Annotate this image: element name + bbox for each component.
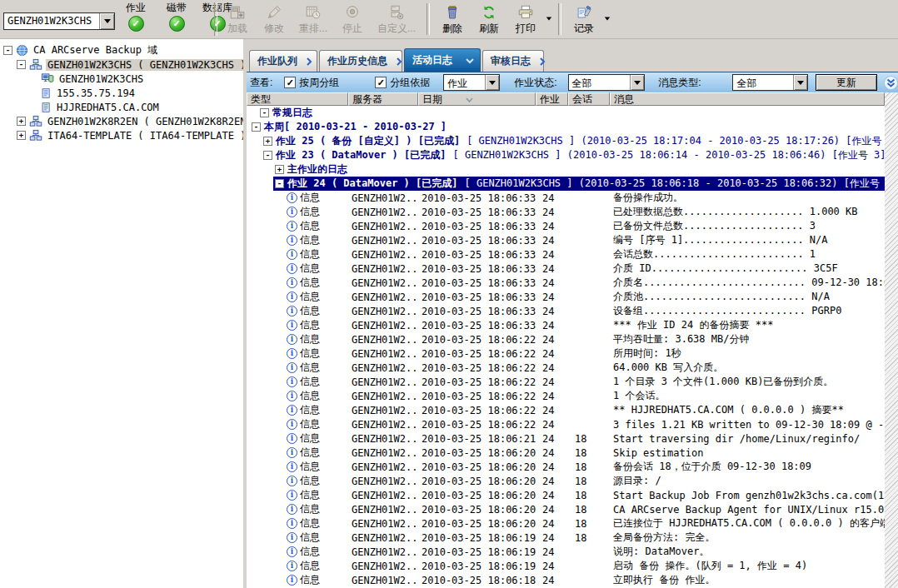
tree-item[interactable]: HJJREDHAT5.CA.COM bbox=[0, 100, 243, 114]
column-header-type[interactable]: 类型 bbox=[247, 92, 348, 106]
expand-box-icon[interactable]: + bbox=[263, 137, 272, 146]
log-info-row[interactable]: i信息GENZH01W2...2010-03-25 18:06:22243 fi… bbox=[247, 417, 885, 431]
log-info-row[interactable]: i信息GENZH01W2...2010-03-25 18:06:202418St… bbox=[247, 488, 885, 502]
tab-job-history[interactable]: 作业历史信息 bbox=[319, 50, 402, 72]
tab-job-queue[interactable]: 作业队列 bbox=[249, 50, 317, 72]
column-header-job[interactable]: 作业 bbox=[536, 92, 568, 106]
log-info-row[interactable]: i信息GENZH01W2...2010-03-25 18:06:1924启动 备… bbox=[247, 559, 885, 573]
expand-box-icon[interactable]: + bbox=[17, 131, 26, 140]
tree-item[interactable]: +GENZH01W2K8R2EN ( GENZH01W2K8R2EN ) bbox=[0, 114, 243, 128]
log-info-row[interactable]: i信息GENZH01W2...2010-03-25 18:06:1924说明: … bbox=[247, 545, 885, 559]
vertical-scrollbar[interactable] bbox=[885, 92, 898, 588]
server-selector-combo[interactable]: GENZH01W2K3CHS bbox=[3, 12, 115, 30]
log-info-row[interactable]: i信息GENZH01W2...2010-03-25 18:06:3324设备组.… bbox=[247, 304, 885, 318]
column-header-message[interactable]: 消息 bbox=[610, 92, 885, 106]
toolbar-button-print[interactable]: 打印 bbox=[507, 1, 544, 36]
log-group-row[interactable]: -本周[ 2010-03-21 - 2010-03-27 ] bbox=[247, 120, 885, 134]
log-info-row[interactable]: i信息GENZH01W2...2010-03-25 18:06:202418备份… bbox=[247, 460, 885, 474]
collapse-box-icon[interactable]: - bbox=[17, 60, 26, 69]
collapse-box-icon[interactable]: - bbox=[260, 108, 269, 117]
status-tape[interactable]: 磁带✓ bbox=[160, 2, 193, 32]
date-cell: 2010-03-25 18:06:33 bbox=[418, 320, 536, 331]
log-info-row[interactable]: i信息GENZH01W2...2010-03-25 18:06:2224** H… bbox=[247, 403, 885, 417]
date-cell: 2010-03-25 18:06:20 bbox=[418, 447, 536, 459]
tree-item[interactable]: GENZH01W2K3CHS bbox=[0, 72, 243, 86]
tab-activity-log[interactable]: 活动日志 bbox=[404, 48, 481, 72]
tab-audit-log[interactable]: 审核日志 bbox=[482, 50, 544, 72]
tree-item[interactable]: -CA ARCserve Backup 域 bbox=[0, 43, 243, 57]
tree-item[interactable]: -GENZH01W2K3CHS ( GENZH01W2K3CHS ) bbox=[0, 57, 243, 72]
log-info-row[interactable]: i信息GENZH01W2...2010-03-25 18:06:2224所用时间… bbox=[247, 346, 885, 361]
log-info-row[interactable]: i信息GENZH01W2...2010-03-25 18:06:202418源目… bbox=[247, 474, 885, 488]
log-group-row[interactable]: +主作业的日志 bbox=[247, 162, 885, 177]
log-info-row[interactable]: i信息GENZH01W2...2010-03-25 18:06:1824立即执行… bbox=[247, 573, 885, 587]
date-cell: 2010-03-25 18:06:19 bbox=[418, 532, 536, 544]
type-cell: i信息 bbox=[247, 375, 348, 389]
toolbar-button-delete[interactable]: 删除 bbox=[434, 1, 471, 36]
log-info-row[interactable]: i信息GENZH01W2...2010-03-25 18:06:3324*** … bbox=[247, 318, 885, 332]
status-job[interactable]: 作业✓ bbox=[119, 2, 152, 32]
msg-type-value: 全部 bbox=[733, 75, 793, 90]
collapse-box-icon[interactable]: - bbox=[252, 122, 261, 132]
tree-item[interactable]: +ITA64-TEMPLATE ( ITA64-TEMPLATE ) bbox=[0, 128, 243, 142]
toolbar-dropdown-arrow[interactable] bbox=[544, 1, 554, 36]
log-group-row[interactable]: -作业 23 ( DataMover ) [已完成][ GENZH01W2K3C… bbox=[247, 148, 885, 162]
collapse-box-icon[interactable]: - bbox=[3, 46, 12, 55]
log-info-row[interactable]: i信息GENZH01W2...2010-03-25 18:06:22241 个目… bbox=[247, 375, 885, 389]
toolbar-dropdown-arrow[interactable] bbox=[602, 1, 612, 36]
log-group-row[interactable]: -作业 24 ( DataMover ) [已完成][ GENZH01W2K3C… bbox=[247, 177, 885, 191]
collapse-box-icon[interactable]: - bbox=[263, 151, 272, 160]
job-cell: 24 bbox=[536, 575, 568, 586]
log-info-row[interactable]: i信息GENZH01W2...2010-03-25 18:06:22241 个会… bbox=[247, 389, 885, 403]
log-group-row[interactable]: +作业 25 ( 备份 [自定义] ) [已完成][ GENZH01W2K3CH… bbox=[247, 134, 885, 148]
log-info-row[interactable]: i信息GENZH01W2...2010-03-25 18:06:212418St… bbox=[247, 431, 885, 446]
column-header-date[interactable]: 日期 bbox=[418, 92, 536, 106]
expand-box-icon[interactable]: + bbox=[17, 117, 26, 126]
combo-dropdown-button[interactable] bbox=[630, 75, 644, 90]
job-cell: 24 bbox=[536, 221, 568, 232]
column-header-server[interactable]: 服务器 bbox=[348, 92, 418, 106]
collapse-box-icon[interactable]: - bbox=[275, 179, 284, 188]
server-cell: GENZH01W2... bbox=[348, 292, 418, 303]
column-header-session[interactable]: 会话 bbox=[568, 92, 610, 106]
msg-type-combo[interactable]: 全部 bbox=[732, 74, 808, 91]
type-label: 信息 bbox=[300, 431, 320, 446]
tree-item[interactable]: 155.35.75.194 bbox=[0, 86, 243, 100]
combo-dropdown-button[interactable] bbox=[793, 75, 807, 90]
log-info-row[interactable]: i信息GENZH01W2...2010-03-25 18:06:2224平均吞吐… bbox=[247, 332, 885, 346]
info-icon: i bbox=[287, 348, 297, 359]
log-info-row[interactable]: i信息GENZH01W2...2010-03-25 18:06:222464.0… bbox=[247, 361, 885, 375]
log-group-row[interactable]: -常规日志 bbox=[247, 106, 885, 120]
double-chevron-down-icon[interactable] bbox=[884, 76, 898, 90]
combo-dropdown-button[interactable] bbox=[485, 75, 499, 90]
log-info-row[interactable]: i信息GENZH01W2...2010-03-25 18:06:3324备份操作… bbox=[247, 191, 885, 205]
job-status-combo[interactable]: 全部 bbox=[568, 74, 646, 91]
log-info-row[interactable]: i信息GENZH01W2...2010-03-25 18:06:3324已备份文… bbox=[247, 219, 885, 233]
job-cell: 24 bbox=[536, 320, 568, 331]
log-info-row[interactable]: i信息GENZH01W2...2010-03-25 18:06:192418全局… bbox=[247, 531, 885, 545]
info-icon: i bbox=[287, 249, 297, 260]
toolbar-button-record[interactable]: 记录 bbox=[566, 1, 602, 36]
log-info-row[interactable]: i信息GENZH01W2...2010-03-25 18:06:202418Sk… bbox=[247, 446, 885, 460]
log-info-row[interactable]: i信息GENZH01W2...2010-03-25 18:06:3324会话总数… bbox=[247, 247, 885, 262]
job-cell: 24 bbox=[536, 306, 568, 317]
type-cell: i信息 bbox=[247, 346, 348, 361]
update-button[interactable]: 更新 bbox=[816, 74, 877, 91]
group-by-week-checkbox[interactable]: ✓ bbox=[284, 77, 296, 88]
log-info-row[interactable]: i信息GENZH01W2...2010-03-25 18:06:3324介质池.… bbox=[247, 290, 885, 304]
log-info-row[interactable]: i信息GENZH01W2...2010-03-25 18:06:3324已处理数… bbox=[247, 205, 885, 219]
server-cell: GENZH01W2... bbox=[348, 405, 418, 416]
group-by-checkbox[interactable]: ✓ bbox=[375, 77, 387, 88]
refresh-icon bbox=[480, 2, 498, 22]
log-info-row[interactable]: i信息GENZH01W2...2010-03-25 18:06:3324编号 [… bbox=[247, 233, 885, 247]
log-info-row[interactable]: i信息GENZH01W2...2010-03-25 18:06:202418已连… bbox=[247, 516, 885, 531]
log-info-row[interactable]: i信息GENZH01W2...2010-03-25 18:06:3324介质 I… bbox=[247, 262, 885, 276]
group-by-combo[interactable]: 作业 bbox=[443, 74, 500, 91]
toolbar-button-refresh[interactable]: 刷新 bbox=[471, 1, 507, 36]
combo-dropdown-button[interactable] bbox=[99, 13, 114, 29]
expand-box-icon[interactable]: + bbox=[275, 165, 284, 174]
log-info-row[interactable]: i信息GENZH01W2...2010-03-25 18:06:202418CA… bbox=[247, 502, 885, 516]
type-cell: i信息 bbox=[247, 304, 348, 318]
log-info-row[interactable]: i信息GENZH01W2...2010-03-25 18:06:3324介质名.… bbox=[247, 276, 885, 290]
delete-icon bbox=[443, 2, 461, 22]
